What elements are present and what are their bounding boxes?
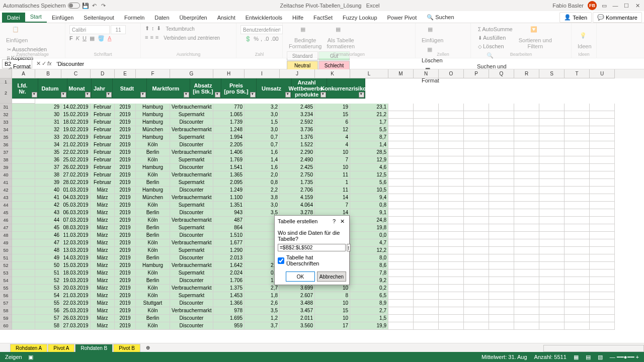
cell[interactable] [590, 104, 615, 111]
row-header[interactable]: 32 [0, 111, 12, 119]
cell[interactable] [489, 179, 514, 187]
cell[interactable]: 2019 [115, 239, 136, 247]
cell[interactable] [565, 187, 590, 194]
row-header[interactable]: 50 [0, 247, 12, 254]
cell[interactable] [464, 285, 489, 292]
cell[interactable]: 2.706 [280, 187, 315, 194]
zoom-slider[interactable]: — ━━●━━ + [610, 354, 639, 360]
cell[interactable] [12, 269, 35, 277]
row-header[interactable]: 48 [0, 232, 12, 239]
sheet-tab[interactable]: Pivot B [113, 344, 140, 352]
cell[interactable] [565, 285, 590, 292]
cell[interactable] [388, 187, 414, 194]
cell[interactable] [489, 141, 514, 149]
tab-daten[interactable]: Daten [149, 13, 174, 23]
horizontal-scrollbar[interactable] [543, 345, 644, 352]
cell[interactable] [489, 277, 514, 285]
cell[interactable]: 2.011 [280, 315, 315, 322]
cell[interactable] [464, 111, 489, 119]
cell[interactable] [414, 134, 439, 141]
cell[interactable]: Verbrauchermarkt [170, 285, 213, 292]
cell[interactable] [414, 292, 439, 300]
cell[interactable]: 2.607 [280, 292, 315, 300]
cell[interactable]: Köln [136, 247, 170, 254]
cell[interactable]: 12 [315, 126, 350, 134]
sheet-tab[interactable]: Rohdaten B [75, 344, 113, 352]
cell[interactable]: 0,0 [350, 232, 388, 239]
cell[interactable] [12, 232, 35, 239]
cell[interactable]: 2019 [115, 232, 136, 239]
cell[interactable]: 22.02.2019 [61, 149, 91, 156]
cell[interactable]: 21.02.2019 [61, 141, 91, 149]
col-header[interactable]: E [115, 69, 136, 78]
add-sheet-button[interactable]: ⊕ [141, 344, 151, 351]
cell[interactable]: 2.750 [280, 171, 315, 179]
cell[interactable] [388, 285, 414, 292]
font-select[interactable] [69, 25, 110, 34]
row-header[interactable]: 56 [0, 292, 12, 300]
cell[interactable]: München [136, 194, 170, 202]
cell[interactable]: 487 [213, 217, 245, 224]
cell[interactable]: Verbrauchermarkt [170, 104, 213, 111]
cell[interactable]: 3.234 [280, 111, 315, 119]
cell[interactable]: 0,8 [350, 202, 388, 209]
cell[interactable] [439, 194, 464, 202]
cell[interactable]: 8 [315, 292, 350, 300]
cell[interactable]: 1.994 [213, 134, 245, 141]
cell[interactable] [514, 126, 539, 134]
cell[interactable]: 18.02.2019 [61, 119, 91, 126]
cell[interactable] [565, 315, 590, 322]
cell[interactable]: März [91, 254, 115, 262]
close-icon[interactable]: ✕ [634, 2, 641, 9]
tab-factset[interactable]: FactSet [308, 13, 338, 23]
cell[interactable]: 1.065 [213, 111, 245, 119]
cell[interactable] [489, 285, 514, 292]
cell[interactable] [514, 254, 539, 262]
cell[interactable]: 978 [213, 307, 245, 315]
row-header[interactable]: 55 [0, 285, 12, 292]
row-header[interactable]: 43 [0, 194, 12, 202]
currency-icon[interactable]: 💲 [245, 36, 252, 42]
cell[interactable]: 34 [35, 141, 61, 149]
cell[interactable]: 21,2 [350, 111, 388, 119]
cell[interactable]: München [136, 126, 170, 134]
cell[interactable]: 55 [35, 300, 61, 307]
cell[interactable]: 0,7 [245, 134, 280, 141]
cell[interactable]: 10 [315, 315, 350, 322]
row-header[interactable]: 54 [0, 277, 12, 285]
row-header[interactable]: 58 [0, 307, 12, 315]
cell[interactable]: 3,5 [245, 307, 280, 315]
cell[interactable]: 12.03.2019 [61, 239, 91, 247]
cell[interactable] [514, 322, 539, 330]
cell[interactable] [388, 269, 414, 277]
align-bottom-icon[interactable]: ⬇ [156, 25, 161, 33]
cell[interactable] [514, 285, 539, 292]
cell[interactable] [388, 149, 414, 156]
cell[interactable]: Discounter [170, 254, 213, 262]
cell[interactable] [489, 194, 514, 202]
cell[interactable] [514, 111, 539, 119]
view-normal-icon[interactable]: ▦ [574, 354, 579, 360]
cell[interactable]: 8,0 [350, 254, 388, 262]
cell[interactable]: Hamburg [136, 111, 170, 119]
cell[interactable]: März [91, 247, 115, 254]
cell[interactable]: 12,5 [350, 171, 388, 179]
view-pagebreak-icon[interactable]: ▧ [598, 354, 603, 360]
row-header[interactable]: 59 [0, 315, 12, 322]
cell[interactable]: 2019 [115, 247, 136, 254]
cell[interactable] [414, 164, 439, 171]
row-header[interactable]: 37 [0, 149, 12, 156]
filter-icon[interactable] [215, 92, 220, 98]
cell[interactable]: 1,4 [350, 141, 388, 149]
cell[interactable] [439, 254, 464, 262]
cell[interactable] [539, 202, 565, 209]
cell[interactable]: Köln [136, 239, 170, 247]
cell[interactable] [439, 262, 464, 269]
cell[interactable] [439, 164, 464, 171]
cell[interactable] [539, 111, 565, 119]
cell[interactable] [590, 315, 615, 322]
cell[interactable]: Februar [91, 141, 115, 149]
cell[interactable]: 9,4 [350, 194, 388, 202]
cell[interactable] [12, 119, 35, 126]
cell[interactable]: 08.03.2019 [61, 224, 91, 232]
